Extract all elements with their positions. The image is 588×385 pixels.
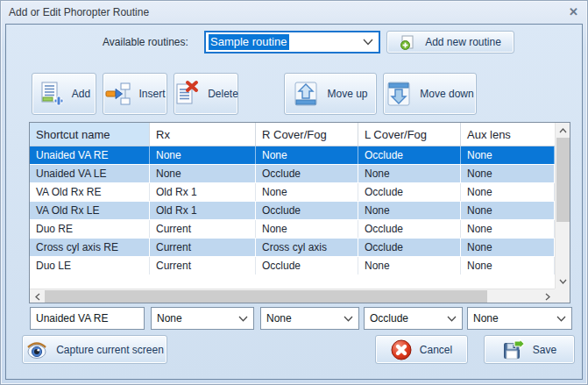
- add-row-icon: [38, 80, 64, 108]
- insert-button[interactable]: Insert: [103, 73, 167, 115]
- move-down-button-label: Move down: [420, 88, 473, 100]
- add-button-label: Add: [72, 88, 90, 100]
- table-row[interactable]: Cross cyl axis RE Current Cross cyl axis…: [30, 239, 555, 257]
- shortcut-name-input[interactable]: [30, 307, 145, 330]
- dialog-add-edit-phoropter-routine: Add or Edit Phoropter Routine ✕ Availabl…: [0, 0, 588, 385]
- l-cover-fog-dropdown[interactable]: Occlude: [364, 307, 463, 330]
- table-row[interactable]: Unaided VA RE None None Occlude None: [30, 146, 555, 165]
- insert-button-label: Insert: [138, 88, 165, 100]
- close-icon[interactable]: ✕: [569, 6, 578, 18]
- aux-lens-dropdown-value: None: [473, 312, 499, 324]
- dialog-body: Available routines: Sample routine Add n…: [5, 24, 583, 380]
- routine-steps-table: Shortcut name Rx R Cover/Fog L Cover/Fog…: [29, 122, 570, 303]
- scroll-down-icon[interactable]: [556, 274, 570, 289]
- delete-button-label: Delete: [208, 88, 238, 100]
- horizontal-scrollbar[interactable]: [30, 289, 555, 303]
- chevron-down-icon: [344, 316, 353, 322]
- capture-button-label: Capture current screen: [56, 344, 164, 356]
- move-down-icon: [386, 81, 412, 107]
- scroll-right-icon[interactable]: [540, 289, 555, 303]
- column-header-rx[interactable]: Rx: [150, 123, 256, 146]
- add-new-routine-icon: [400, 35, 414, 50]
- column-header-r-cover-fog[interactable]: R Cover/Fog: [256, 123, 358, 146]
- chevron-down-icon: [447, 316, 457, 322]
- table-body: Unaided VA RE None None Occlude None Una…: [30, 146, 555, 274]
- r-cover-fog-dropdown-value: None: [266, 312, 292, 324]
- chevron-down-icon: [238, 316, 248, 322]
- horizontal-scroll-thumb[interactable]: [45, 290, 487, 303]
- table-row[interactable]: VA Old Rx LE Old Rx 1 Occlude None None: [30, 202, 555, 220]
- vertical-scrollbar[interactable]: [555, 123, 570, 289]
- routines-dropdown[interactable]: Sample routine: [204, 31, 380, 53]
- add-new-routine-label: Add new routine: [425, 36, 501, 48]
- save-button-label: Save: [533, 344, 556, 356]
- move-up-button-label: Move up: [327, 88, 367, 100]
- cancel-button[interactable]: Cancel: [375, 335, 468, 364]
- aux-lens-dropdown[interactable]: None: [467, 307, 572, 330]
- table-row[interactable]: Unaided VA LE None Occlude None None: [30, 165, 555, 183]
- cancel-icon: [391, 339, 412, 360]
- rx-dropdown-value: None: [157, 312, 182, 324]
- scrollbar-corner: [555, 289, 570, 303]
- save-icon: [502, 339, 525, 361]
- vertical-scroll-thumb[interactable]: [556, 138, 570, 222]
- capture-current-screen-button[interactable]: Capture current screen: [22, 335, 167, 364]
- insert-row-icon: [104, 80, 131, 108]
- eye-icon: [25, 340, 48, 360]
- delete-row-icon: [174, 80, 200, 108]
- rx-dropdown[interactable]: None: [151, 307, 254, 330]
- delete-button[interactable]: Delete: [174, 73, 238, 115]
- scroll-left-icon[interactable]: [30, 289, 45, 303]
- column-header-l-cover-fog[interactable]: L Cover/Fog: [358, 123, 461, 146]
- r-cover-fog-dropdown[interactable]: None: [260, 307, 359, 330]
- available-routines-label: Available routines:: [103, 36, 188, 48]
- window-title: Add or Edit Phoropter Routine: [9, 6, 149, 18]
- table-header-row: Shortcut name Rx R Cover/Fog L Cover/Fog…: [30, 123, 555, 146]
- table-row[interactable]: Duo LE Current Occlude None None: [30, 257, 555, 274]
- chevron-down-icon: [556, 316, 566, 322]
- move-up-button[interactable]: Move up: [284, 73, 377, 115]
- save-button[interactable]: Save: [484, 335, 575, 364]
- column-header-shortcut-name[interactable]: Shortcut name: [30, 123, 150, 146]
- column-header-aux-lens[interactable]: Aux lens: [461, 123, 555, 146]
- add-new-routine-button[interactable]: Add new routine: [386, 31, 514, 53]
- l-cover-fog-dropdown-value: Occlude: [370, 312, 408, 324]
- table-row[interactable]: VA Old Rx RE Old Rx 1 None Occlude None: [30, 183, 555, 202]
- table-row[interactable]: Duo RE Current None Occlude None: [30, 220, 555, 239]
- titlebar: Add or Edit Phoropter Routine ✕: [1, 1, 587, 23]
- routines-dropdown-value: Sample routine: [209, 34, 289, 50]
- add-button[interactable]: Add: [32, 73, 96, 115]
- move-up-icon: [293, 81, 319, 107]
- move-down-button[interactable]: Move down: [383, 73, 477, 115]
- chevron-down-icon: [363, 39, 373, 46]
- cancel-button-label: Cancel: [420, 344, 452, 356]
- scroll-up-icon[interactable]: [556, 123, 570, 138]
